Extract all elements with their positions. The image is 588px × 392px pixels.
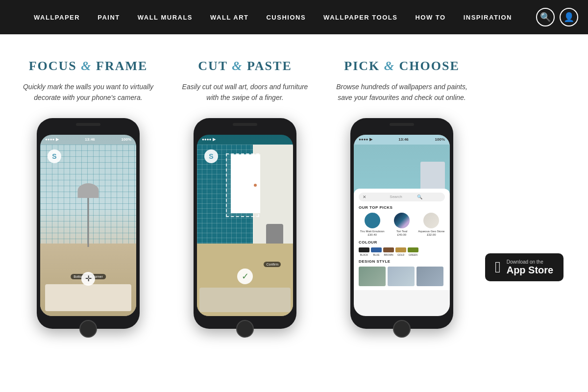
nav-icon-group: 🔍 👤 xyxy=(536,8,578,26)
product-circle-2 xyxy=(423,213,439,228)
colour-label-black: BLACK xyxy=(360,253,368,256)
feature-focus-frame: FOCUS & FRAME Quickly mark the walls you… xyxy=(15,59,162,329)
phone-bottom-2 xyxy=(197,316,293,338)
app-logo-1: S xyxy=(48,149,61,163)
nav-cushions[interactable]: CUSHIONS xyxy=(257,14,315,21)
product-item-1[interactable]: Tori Teal £40.00 xyxy=(388,213,415,236)
phone-2: ●●●● ▶ S Confirm ✓ xyxy=(194,118,296,329)
design-thumb-2[interactable] xyxy=(416,267,443,286)
status-battery-3: 100% xyxy=(435,137,445,142)
phone-1: ●●●● ▶ 13:46 100% S Bottom right corner … xyxy=(37,118,140,329)
product-price-0: £30.40 xyxy=(368,233,376,236)
confirm-button[interactable]: ✓ xyxy=(237,269,253,284)
phone-screen-1: ●●●● ▶ 13:46 100% S Bottom right corner … xyxy=(40,135,136,316)
colour-gold[interactable]: GOLD xyxy=(395,247,406,256)
appstore-line1: Download on the xyxy=(507,259,554,265)
phone-bottom-3 xyxy=(354,316,450,338)
nav-inspiration[interactable]: INSPIRATION xyxy=(455,14,521,21)
design-thumb-1[interactable] xyxy=(388,267,415,286)
phone-speaker-1 xyxy=(76,123,100,126)
nav-wall-art[interactable]: WALL ART xyxy=(201,14,257,21)
design-heading: DESIGN STYLE xyxy=(359,259,445,264)
phone-speaker-2 xyxy=(233,123,257,126)
basket xyxy=(266,224,283,244)
ampersand-icon-2: & xyxy=(232,59,247,73)
colour-heading: COLOUR xyxy=(359,240,445,245)
colour-label-brown: BROWN xyxy=(384,253,393,256)
nav-wall-murals[interactable]: WALL MURALS xyxy=(129,14,201,21)
selection-box xyxy=(226,153,259,217)
product-price-2: £32.00 xyxy=(427,233,436,236)
nav-how-to[interactable]: HOW TO xyxy=(406,14,454,21)
search-button[interactable]: 🔍 xyxy=(536,8,555,26)
app-logo-2: S xyxy=(204,149,218,163)
rug-2 xyxy=(199,288,291,312)
status-battery-1: 100% xyxy=(122,137,131,142)
product-name-2: Aqueous Geo Stone xyxy=(418,230,444,233)
colour-blue[interactable]: BLUE xyxy=(371,247,382,256)
status-signal-2: ●●●● ▶ xyxy=(202,137,216,142)
confirm-label: Confirm xyxy=(264,262,281,267)
colour-label-gold: GOLD xyxy=(397,253,404,256)
crosshair-icon: ✛ xyxy=(81,272,95,286)
nav-items: WALLPAPER PAINT WALL MURALS WALL ART CUS… xyxy=(10,14,536,21)
appstore-text: Download on the App Store xyxy=(507,259,554,275)
status-bar-1: ●●●● ▶ 13:46 100% xyxy=(40,135,136,145)
user-icon: 👤 xyxy=(564,12,574,23)
product-name-1: Tori Teal xyxy=(396,230,407,233)
top-picks-row: Tiru Matt Emulsion £30.40 Tori Teal £40.… xyxy=(359,213,445,236)
search-icon-inner: 🔍 xyxy=(417,195,441,199)
phone-speaker-3 xyxy=(390,123,414,126)
status-bar-3: ●●●● ▶ 13:46 100% xyxy=(354,135,450,145)
design-row xyxy=(359,267,445,286)
product-item-2[interactable]: Aqueous Geo Stone £32.00 xyxy=(418,213,445,236)
cut-paste-desc: Easily cut out wall art, doors and furni… xyxy=(176,81,314,103)
home-button-2[interactable] xyxy=(236,320,254,338)
close-search-icon[interactable]: ✕ xyxy=(363,195,387,199)
nav-wallpaper-tools[interactable]: WALLPAPER TOOLS xyxy=(315,14,406,21)
colour-green[interactable]: GREEN xyxy=(408,247,418,256)
features-wrapper: FOCUS & FRAME Quickly mark the walls you… xyxy=(15,59,475,329)
appstore-column:  Download on the App Store xyxy=(485,59,573,329)
nav-paint[interactable]: PAINT xyxy=(89,14,129,21)
status-time-1: 13:46 xyxy=(85,137,95,142)
colour-row: BLACK BLUE BROWN xyxy=(359,247,445,256)
apple-icon:  xyxy=(495,258,501,276)
feature-cut-paste: CUT & PASTE Easily cut out wall art, doo… xyxy=(172,59,318,329)
colour-label-green: GREEN xyxy=(409,253,417,256)
pick-choose-desc: Browse hundreds of wallpapers and paints… xyxy=(333,81,470,103)
design-thumb-0[interactable] xyxy=(359,267,386,286)
status-time-3: 13:46 xyxy=(398,137,408,142)
rug-1 xyxy=(45,284,131,311)
colour-black[interactable]: BLACK xyxy=(359,247,369,256)
focus-frame-desc: Quickly mark the walls you want to virtu… xyxy=(20,81,157,103)
appstore-badge[interactable]:  Download on the App Store xyxy=(485,253,564,281)
pick-choose-title: PICK & CHOOSE xyxy=(344,59,459,74)
status-signal-1: ●●●● ▶ xyxy=(45,137,59,142)
appstore-line2: App Store xyxy=(507,265,554,275)
product-name-0: Tiru Matt Emulsion xyxy=(360,230,385,233)
product-preview xyxy=(420,162,445,191)
screen3-hero xyxy=(354,145,450,194)
product-price-1: £40.00 xyxy=(397,233,406,236)
home-button-1[interactable] xyxy=(79,320,97,338)
account-button[interactable]: 👤 xyxy=(560,8,578,26)
ampersand-icon-1: & xyxy=(81,59,96,73)
nav-wallpaper[interactable]: WALLPAPER xyxy=(25,14,89,21)
product-circle-1 xyxy=(394,213,410,228)
product-circle-0 xyxy=(365,213,380,228)
product-item-0[interactable]: Tiru Matt Emulsion £30.40 xyxy=(359,213,386,236)
status-bar-2: ●●●● ▶ xyxy=(197,135,293,145)
colour-brown[interactable]: BROWN xyxy=(383,247,394,256)
phone-bottom-1 xyxy=(40,316,136,338)
phone-screen-2: ●●●● ▶ S Confirm ✓ xyxy=(197,135,293,316)
top-picks-heading: OUR TOP PICKS xyxy=(359,205,445,210)
home-button-3[interactable] xyxy=(393,320,411,338)
focus-frame-title: FOCUS & FRAME xyxy=(29,59,148,74)
search-bar[interactable]: ✕ Search 🔍 xyxy=(359,193,445,201)
ampersand-icon-3: & xyxy=(384,59,399,73)
content-area: FOCUS & FRAME Quickly mark the walls you… xyxy=(0,34,588,368)
product-panel: ✕ Search 🔍 OUR TOP PICKS Tiru Matt Emuls… xyxy=(354,189,450,290)
feature-pick-choose: PICK & CHOOSE Browse hundreds of wallpap… xyxy=(328,59,475,329)
search-placeholder-text: Search xyxy=(390,195,414,199)
